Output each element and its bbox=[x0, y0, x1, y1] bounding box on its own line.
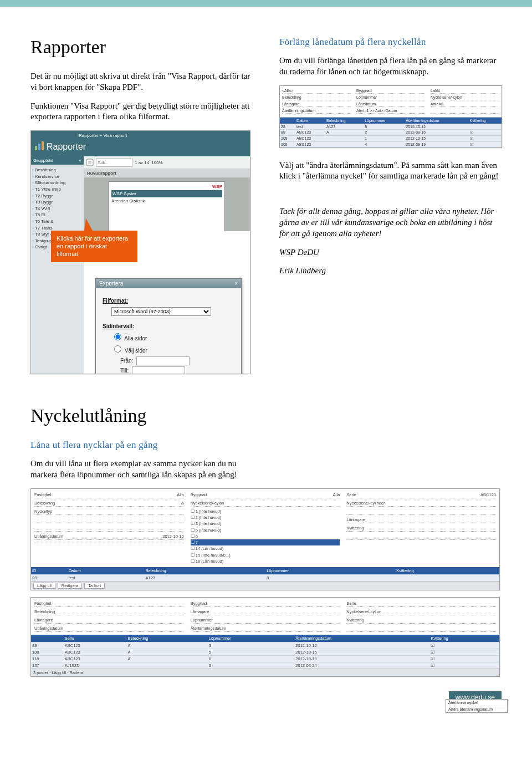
svg-rect-2 bbox=[42, 141, 44, 150]
filter-cell[interactable]: Serie bbox=[346, 600, 496, 607]
lopnummer-checkbox[interactable]: 18 (Lån huvud) bbox=[191, 558, 340, 564]
lopnummer-checkbox[interactable]: 5 (Inte huvud) bbox=[191, 527, 340, 533]
radio-alla-sidor[interactable] bbox=[114, 333, 121, 340]
tree-item[interactable]: Besättning bbox=[32, 167, 83, 174]
table-row[interactable]: 118ABC123A62012-10-15☑ bbox=[31, 656, 499, 662]
filter-cell[interactable]: Löpnummer bbox=[191, 617, 340, 624]
sidebar-collapse-icon[interactable]: « bbox=[79, 158, 81, 163]
report-tab[interactable]: Huvudrapport bbox=[84, 169, 250, 178]
tree-item[interactable]: T5 EL bbox=[32, 212, 83, 218]
col-header: Kvittering bbox=[469, 118, 502, 124]
heading-forlang: Förläng lånedatum på flera nyckellån bbox=[279, 37, 502, 48]
report-search-input[interactable] bbox=[96, 158, 132, 167]
select-filformat[interactable]: Microsoft Word (97-2003) bbox=[111, 307, 211, 316]
form-filter-cell[interactable] bbox=[34, 542, 184, 543]
footer-button[interactable]: Lägg till bbox=[33, 583, 55, 589]
filter-cell[interactable]: Beteckning bbox=[282, 95, 351, 100]
tree-item[interactable]: T2 Byggr bbox=[32, 193, 83, 200]
filter-cell[interactable]: <Alla> bbox=[282, 88, 351, 94]
col-header: Återlämningsdatum bbox=[405, 118, 468, 124]
input-from[interactable] bbox=[136, 356, 190, 365]
form-filter-cell[interactable]: FastighetAlla bbox=[34, 492, 184, 498]
form-filter-cell[interactable]: Utlåningsdatum2012-10-15 bbox=[34, 533, 184, 540]
form-filter-cell[interactable] bbox=[34, 517, 184, 523]
filter-cell[interactable]: Lånedatum bbox=[356, 101, 425, 107]
export-icon[interactable] bbox=[86, 159, 94, 166]
reports-sidebar: Gruppträd « BesättningKundserviceSläckan… bbox=[31, 156, 84, 374]
table-row[interactable]: 108ABC12342012-09-19☑ bbox=[280, 141, 502, 147]
form-filter-cell[interactable]: Nyckeltyp bbox=[34, 508, 184, 515]
form-filter-cell[interactable]: Nyckelserie/-cylinder bbox=[346, 500, 496, 507]
export-dialog: Exportera × Filformat: Microsoft Word (9… bbox=[95, 278, 242, 374]
table-row[interactable]: 88ABC123A32012-10-12☑ bbox=[31, 642, 499, 649]
tree-item[interactable]: T3 Byggr bbox=[32, 199, 83, 206]
col-header: Löpnummer bbox=[364, 118, 405, 124]
lopnummer-checkbox[interactable]: 15 (Inte huvud/b...) bbox=[191, 552, 340, 558]
filter-cell[interactable]: Nyckelserie/-cyl.on bbox=[346, 609, 496, 615]
form-filter-cell[interactable]: ByggnadAlla bbox=[191, 492, 340, 498]
tree-item[interactable]: Kundservice bbox=[32, 174, 83, 180]
screenshot-forlang-table: <Alla>ByggnadLaId#BeteckningLöpnummerNyc… bbox=[279, 85, 502, 148]
col-header: Kvittering bbox=[395, 567, 499, 575]
filter-cell[interactable]: Låntagare bbox=[34, 617, 184, 624]
form-filter-cell[interactable]: Låntagare bbox=[346, 517, 496, 523]
ctx-aterlamna-nyckel[interactable]: Återlämna nyckel bbox=[446, 700, 507, 706]
filter-cell[interactable]: Alert=1 >> Aut>>Datum bbox=[356, 108, 425, 114]
ctx-andra-datum[interactable]: Ändra återlämningsdatum bbox=[446, 706, 507, 712]
col-header: Löpnummer bbox=[208, 635, 295, 642]
table-row[interactable]: 88ABC123A22012-08-16☑ bbox=[280, 129, 502, 135]
close-icon[interactable]: × bbox=[234, 280, 238, 287]
tree-item[interactable]: Släckanordning bbox=[32, 180, 83, 186]
filter-cell[interactable]: Byggnad bbox=[191, 600, 340, 607]
heading-lana: Låna ut flera nycklar på en gång bbox=[30, 440, 502, 451]
filter-cell[interactable]: Utlåningsdatum bbox=[34, 625, 184, 632]
form-filter-cell[interactable]: Nyckelserie/-cylon bbox=[191, 500, 340, 507]
lopnummer-checkbox[interactable]: 3 (Inte huvud) bbox=[191, 521, 340, 527]
filter-cell[interactable] bbox=[431, 108, 499, 114]
form-filter-cell[interactable] bbox=[346, 508, 496, 515]
table-row[interactable]: 137AJ192332013-03-24☑ bbox=[31, 662, 499, 669]
footer-button[interactable]: Redigera bbox=[58, 583, 82, 589]
col-header: Återlämningsdatum bbox=[294, 635, 429, 642]
filter-cell[interactable]: Beteckning bbox=[34, 609, 184, 615]
filter-cell[interactable]: Låntagare bbox=[282, 101, 351, 107]
filter-cell[interactable]: Löpnummer bbox=[356, 95, 425, 100]
table-row[interactable]: 28testA12382015-10-12 bbox=[280, 124, 502, 129]
input-till[interactable] bbox=[132, 366, 185, 374]
lopnummer-checkbox[interactable]: 7 bbox=[191, 539, 340, 545]
bottom-filter-grid: FastighetByggnadSerieBeteckningLåntagare… bbox=[31, 598, 499, 635]
lopnummer-checkbox[interactable]: 2 (Inte huvud) bbox=[191, 514, 340, 521]
table-row[interactable]: 108ABC12312012-10-15☑ bbox=[280, 135, 502, 141]
form-filter-cell[interactable]: SerieABC123 bbox=[346, 492, 496, 498]
filter-cell[interactable]: Låntagare bbox=[191, 609, 340, 615]
footer-button[interactable]: Ta bort bbox=[84, 583, 105, 589]
tree-item[interactable]: T6 Tele & bbox=[32, 218, 83, 225]
form-filter-cell[interactable]: BeteckningA bbox=[34, 500, 184, 507]
para-rep1: Det är nu möjligt att skriva ut direkt f… bbox=[30, 71, 253, 93]
filter-cell[interactable] bbox=[346, 625, 496, 632]
radio-valj-sidor[interactable] bbox=[114, 345, 121, 353]
svg-rect-3 bbox=[86, 159, 93, 166]
table-row[interactable]: 28testA1238 bbox=[31, 575, 499, 582]
para-valj: Välj att "ändra återlämningsdatum". På s… bbox=[279, 160, 502, 182]
filter-cell[interactable]: Antal=1 bbox=[431, 101, 499, 107]
table-row[interactable]: 108ABC123A52012-10-15☑ bbox=[31, 649, 499, 656]
form-filter-cell[interactable] bbox=[34, 525, 184, 532]
tree-item[interactable]: T4 VVS bbox=[32, 206, 83, 212]
filter-cell[interactable]: Återlämningsdatum bbox=[282, 108, 351, 114]
filter-cell[interactable]: Kvittering bbox=[346, 617, 496, 624]
lopnummer-checkbox[interactable]: 14 (Lån huvud) bbox=[191, 545, 340, 552]
form-filter-cell[interactable] bbox=[346, 533, 496, 540]
callout-tooltip: Klicka här för att exportera en rapport … bbox=[51, 231, 137, 262]
lopnummer-checkbox[interactable]: 1 (Inte huvud) bbox=[191, 508, 340, 514]
filter-cell[interactable]: Återlämningsdatum bbox=[191, 625, 340, 632]
filter-cell[interactable]: Nyckelserie/-cylon bbox=[431, 95, 499, 100]
lopnummer-checkbox[interactable]: 6 bbox=[191, 533, 340, 539]
forlang-table: DatumBeteckningLöpnummerÅterlämningsdatu… bbox=[280, 118, 502, 147]
filter-cell[interactable]: Fastighet bbox=[34, 600, 184, 607]
reports-toolbar: 1 av 14 100% bbox=[84, 156, 250, 169]
filter-cell[interactable]: Byggnad bbox=[356, 88, 425, 94]
filter-cell[interactable]: LaId# bbox=[431, 88, 499, 94]
tree-item[interactable]: T1 Yttre miljö bbox=[32, 186, 83, 193]
form-filter-cell[interactable]: Kvittering bbox=[346, 525, 496, 532]
